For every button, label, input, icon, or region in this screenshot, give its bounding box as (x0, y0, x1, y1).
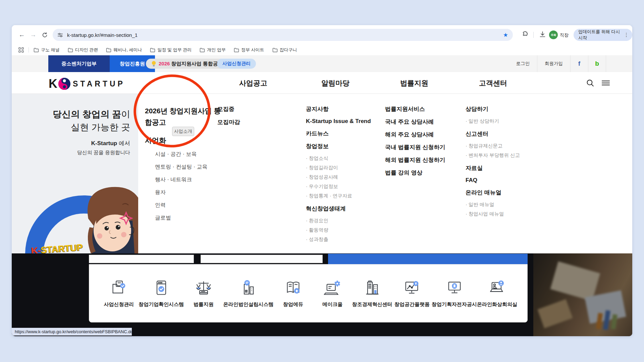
menu-item[interactable]: 혁신창업생태계 (306, 205, 385, 213)
reload-icon[interactable] (40, 30, 49, 40)
nav-legal[interactable]: 법률지원 (400, 78, 428, 88)
menu-item[interactable]: 융자 (155, 189, 229, 196)
profile-avatar[interactable]: 주희 (549, 31, 558, 39)
menu-item[interactable]: 신고센터 (466, 130, 548, 138)
menu-item[interactable]: 창업통계 · 연구자료 (306, 193, 385, 199)
menu-item[interactable]: 법률지원서비스 (385, 105, 464, 113)
hamburger-menu-icon[interactable] (601, 79, 610, 87)
signup-link[interactable]: 회원가입 (537, 61, 570, 67)
menu-kebab-icon[interactable]: ⋮ (624, 32, 629, 38)
ministry-button[interactable]: 중소벤처기업부 (48, 55, 110, 72)
banner-headline-bold: 당신의 창업의 꿈 (53, 109, 121, 119)
blog-icon[interactable]: b (588, 60, 606, 67)
quick-link-창업기업확인시스템[interactable]: 창업기업확인시스템 (139, 279, 184, 308)
menu-featured-link[interactable]: 2026년 창업지원사업 통합공고 (145, 105, 224, 128)
menu-item[interactable]: 창업규제신문고 (466, 143, 548, 149)
quick-link-창업에듀[interactable]: 창업에듀 (273, 279, 313, 308)
back-icon[interactable]: ← (17, 30, 26, 40)
forward-icon[interactable]: → (29, 30, 38, 40)
quick-link-메이크올[interactable]: 메이크올 (313, 279, 352, 308)
profile-name[interactable]: 직장 (560, 32, 569, 38)
menu-item[interactable]: 활동역량 (306, 227, 385, 233)
search-icon[interactable] (586, 79, 595, 87)
url-bar[interactable]: k-startup.go.kr/#main-section_1 ★ (53, 29, 513, 41)
menu-item[interactable]: 해외 법률지원 신청하기 (385, 156, 464, 164)
bookmark-folder[interactable]: 일정 및 업무 관리 (150, 47, 192, 53)
nav-board[interactable]: 알림마당 (321, 78, 350, 88)
menu-item[interactable]: 모집마감 (217, 118, 240, 126)
menu-item[interactable]: 공지사항 (306, 105, 385, 113)
menu-item[interactable]: 카드뉴스 (306, 130, 385, 137)
facebook-icon[interactable]: f (571, 60, 588, 67)
menu-item[interactable]: FAQ (466, 177, 548, 184)
site-settings-icon[interactable] (57, 32, 63, 38)
quick-link-온라인화상회의실[interactable]: 온라인화상회의실 (477, 279, 517, 308)
url-text[interactable]: k-startup.go.kr/#main-section_1 (67, 32, 503, 38)
folder-icon (150, 48, 155, 52)
extensions-icon[interactable] (522, 31, 530, 39)
menu-item[interactable]: 일반 매뉴얼 (466, 201, 548, 208)
menu-item[interactable]: 창업사업 매뉴얼 (466, 211, 548, 217)
quick-link-창조경제혁신센터[interactable]: 창조경제혁신센터 (352, 279, 392, 308)
bookmark-folder[interactable]: 디자인 관련 (68, 47, 98, 53)
menu-item[interactable]: 환경요인 (306, 218, 385, 224)
nav-biz-notice[interactable]: 사업공고 (239, 78, 267, 88)
menu-item[interactable]: 창업성공사례 (306, 174, 385, 180)
folder-icon (34, 48, 39, 52)
buildings-icon (364, 279, 381, 297)
bookmark-folder[interactable]: 잡다구니 (272, 47, 297, 53)
kstartup-logo[interactable]: K STARTUP (49, 77, 125, 91)
menu-item[interactable]: 창업길라잡이 (306, 165, 385, 171)
menu-section-title[interactable]: 사업화 (145, 136, 229, 145)
menu-item[interactable]: 국내 주요 상담사례 (385, 118, 464, 126)
apply-manage-button[interactable]: 사업신청관리 (217, 59, 256, 69)
menu-item[interactable]: 인력 (155, 202, 229, 209)
menu-item[interactable]: 해외 주요 상담사례 (385, 131, 464, 138)
bookmark-folder[interactable]: 구노 채널 (34, 47, 60, 53)
menu-item[interactable]: 벤처투자 부당행위 신고 (466, 152, 548, 159)
bookmark-folder[interactable]: 개인 업무 (200, 47, 226, 53)
login-link[interactable]: 로그인 (509, 61, 537, 67)
quick-link-온라인법인설립시스템[interactable]: 온라인법인설립시스템 (223, 279, 273, 308)
menu-item[interactable]: 시설 · 공간 · 보육 (155, 151, 229, 158)
bookmarks-separator (29, 47, 29, 53)
notice-banner[interactable]: 2026 창업지원사업 통합공고 (146, 59, 228, 69)
apps-grid-icon[interactable] (18, 47, 24, 53)
quick-link-label: 메이크올 (322, 301, 342, 308)
menu-item[interactable]: 행사 · 네트워크 (155, 176, 229, 183)
search-field-clipped[interactable] (89, 255, 194, 263)
quick-link-창업기획자전자공시[interactable]: 창업기획자전자공시 (432, 279, 477, 308)
bookmark-folder[interactable]: 정부 사이트 (234, 47, 264, 53)
menu-item[interactable]: 글로벌 (155, 215, 229, 222)
menu-item[interactable]: 우수기업정보 (306, 183, 385, 190)
quick-link-법률지원[interactable]: 법률지원 (184, 279, 223, 308)
menu-item[interactable]: 창업정보 (306, 142, 385, 150)
search-field-clipped[interactable] (201, 255, 323, 263)
banner-sub-tail: 에서 (117, 140, 130, 146)
update-chrome-button[interactable]: 업데이트를 위해 다시 시작 ⋮ (574, 29, 632, 41)
search-button-clipped[interactable] (328, 254, 528, 264)
promo-banner[interactable]: 당신의 창업의 꿈이 실현 가능한 곳 K-Startup 에서 당신의 꿈을 … (12, 94, 138, 253)
logo-k-text: K (49, 77, 58, 91)
download-icon[interactable] (539, 31, 547, 39)
bookmark-star-icon[interactable]: ★ (503, 32, 508, 39)
menu-item[interactable]: 법률 강의 영상 (385, 169, 464, 177)
menu-item[interactable]: 국내 법률지원 신청하기 (385, 143, 464, 151)
quick-link-창업공간플랫폼[interactable]: 창업공간플랫폼 (392, 279, 432, 308)
menu-item[interactable]: 온라인 매뉴얼 (466, 189, 548, 196)
bookmarks-list: 구노 채널디자인 관련웨비나, 세미나일정 및 업무 관리개인 업무정부 사이트… (34, 47, 305, 53)
menu-item[interactable]: 상담하기 (466, 105, 548, 113)
menu-item[interactable]: 자료실 (466, 164, 548, 172)
menu-item[interactable]: 창업소식 (306, 155, 385, 162)
nav-support[interactable]: 고객센터 (479, 78, 507, 88)
logo-startup-text: STARTUP (73, 79, 125, 88)
menu-item[interactable]: 모집중 (217, 105, 240, 113)
menu-item[interactable]: 성과창출 (306, 236, 385, 243)
bookmark-label: 웨비나, 세미나 (113, 47, 142, 53)
menu-item[interactable]: K-Startup Issue & Trend (306, 118, 385, 125)
menu-item[interactable]: 멘토링 · 컨설팅 · 교육 (155, 164, 229, 171)
quick-link-사업신청관리[interactable]: 사업신청관리 (99, 279, 139, 308)
menu-item[interactable]: 일반 상담하기 (466, 118, 548, 124)
bookmark-folder[interactable]: 웨비나, 세미나 (106, 47, 142, 53)
bookmarks-bar: 구노 채널디자인 관련웨비나, 세미나일정 및 업무 관리개인 업무정부 사이트… (12, 45, 632, 55)
